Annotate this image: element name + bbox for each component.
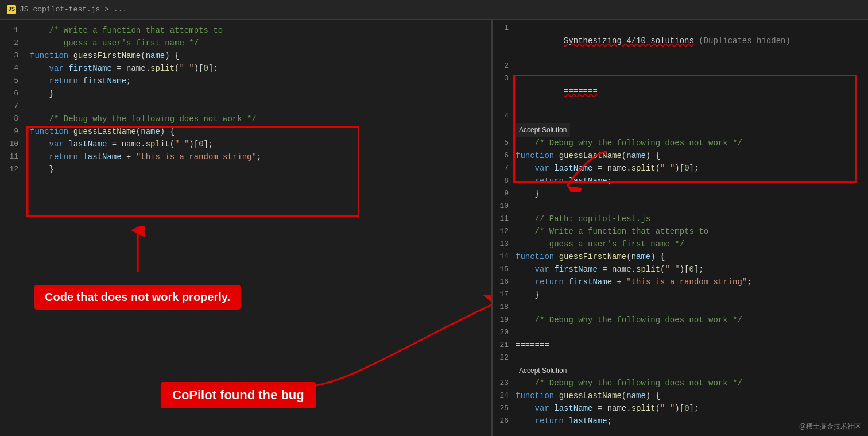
line-num-12: 12 — [0, 163, 28, 176]
right-line-num-5: 5 — [493, 137, 516, 149]
code-editor: 1 /* Write a function that attempts to 2… — [0, 20, 491, 180]
right-line-5: 5 /* Debug why the following does not wo… — [493, 137, 868, 149]
line-num-3: 3 — [0, 49, 28, 62]
code-line-7: 7 — [0, 100, 491, 113]
right-line-16: 16 return firstName + "this is a random … — [493, 276, 868, 288]
code-line-1: 1 /* Write a function that attempts to — [0, 24, 491, 37]
code-line-3: 3 function guessFirstName(name) { — [0, 49, 491, 62]
line-content-9: function guessLastName(name) { — [28, 125, 491, 138]
code-line-5: 5 return firstName; — [0, 75, 491, 87]
right-line-15: 15 var firstName = name.split(" ")[0]; — [493, 263, 868, 276]
line-content-3: function guessFirstName(name) { — [28, 49, 491, 62]
right-line-num-6: 6 — [493, 149, 516, 162]
right-line-content-1: Synthesizing 4/10 solutions (Duplicates … — [516, 22, 868, 60]
right-line-num-4: 4 — [493, 110, 516, 123]
right-line-num-3: 3 — [493, 72, 516, 85]
right-line-content-12: /* Write a function that attempts to — [516, 225, 868, 238]
right-line-num-11: 11 — [493, 213, 516, 225]
right-line-num-2: 2 — [493, 60, 516, 72]
right-line-num-15: 15 — [493, 263, 516, 276]
line-num-1: 1 — [0, 24, 28, 37]
code-line-8: 8 /* Debug why the following does not wo… — [0, 113, 491, 125]
right-line-content-19: /* Debug why the following does not work… — [516, 314, 868, 326]
right-line-num-14: 14 — [493, 250, 516, 263]
line-num-11: 11 — [0, 151, 28, 163]
line-content-11: return lastName + "this is a random stri… — [28, 151, 491, 163]
right-line-content-15: var firstName = name.split(" ")[0]; — [516, 263, 868, 276]
copilot-found-label: CoPilot found the bug — [161, 382, 316, 408]
right-line-num-13: 13 — [493, 238, 516, 250]
line-num-10: 10 — [0, 138, 28, 151]
right-line-num-19: 19 — [493, 314, 516, 326]
right-line-num-22: 22 — [493, 352, 516, 364]
right-line-7: 7 var lastName = name.split(" ")[0]; — [493, 162, 868, 175]
arrow-annotation-to-bug — [115, 226, 161, 277]
right-line-num-8: 8 — [493, 175, 516, 187]
watermark: @稀土掘金技术社区 — [799, 422, 861, 431]
accept-solution-label-1[interactable]: Accept Solution — [516, 123, 570, 137]
line-content-8: /* Debug why the following does not work… — [28, 113, 491, 125]
right-line-3: 3 ======= — [493, 72, 868, 110]
right-line-num-10: 10 — [493, 200, 516, 213]
code-line-11: 11 return lastName + "this is a random s… — [0, 151, 491, 163]
tab-bar: JS JS copilot-test.js > ... — [0, 0, 868, 20]
right-line-num-7: 7 — [493, 162, 516, 175]
line-num-6: 6 — [0, 87, 28, 100]
right-line-content-11: // Path: copilot-test.js — [516, 213, 868, 225]
right-line-num-1: 1 — [493, 22, 516, 34]
arrow-copilot-to-solution — [299, 295, 491, 410]
bug-annotation-label: Code that does not work properly. — [34, 285, 241, 310]
left-panel: 1 /* Write a function that attempts to 2… — [0, 20, 491, 436]
right-line-4: 4 — [493, 110, 868, 123]
right-line-content-16: return firstName + "this is a random str… — [516, 276, 868, 288]
accept-solution-label-2[interactable]: Accept Solution — [516, 366, 570, 375]
code-line-2: 2 guess a user's first name */ — [0, 37, 491, 49]
right-line-10: 10 — [493, 200, 868, 213]
right-line-1: 1 Synthesizing 4/10 solutions (Duplicate… — [493, 22, 868, 60]
right-line-content-14: function guessFirstName(name) { — [516, 250, 868, 263]
right-line-num-9: 9 — [493, 187, 516, 200]
arrow-in-solution — [561, 146, 630, 192]
right-panel: 1 Synthesizing 4/10 solutions (Duplicate… — [491, 20, 868, 436]
right-line-21: 21 ======= — [493, 339, 868, 352]
line-content-6: } — [28, 87, 491, 100]
right-line-num-21: 21 — [493, 339, 516, 352]
line-num-8: 8 — [0, 113, 28, 125]
right-line-11: 11 // Path: copilot-test.js — [493, 213, 868, 225]
right-line-22: 22 — [493, 352, 868, 364]
line-num-7: 7 — [0, 100, 28, 113]
right-line-num-17: 17 — [493, 288, 516, 301]
code-line-9: 9 function guessLastName(name) { — [0, 125, 491, 138]
right-line-19: 19 /* Debug why the following does not w… — [493, 314, 868, 326]
line-content-4: var firstName = name.split(" ")[0]; — [28, 62, 491, 75]
tab-label: JS copilot-test.js > ... — [20, 5, 127, 14]
line-num-5: 5 — [0, 75, 28, 87]
right-line-num-25: 25 — [493, 402, 516, 415]
right-line-num-16: 16 — [493, 276, 516, 288]
right-line-2: 2 — [493, 60, 868, 72]
right-line-18: 18 — [493, 301, 868, 314]
right-line-24: 24 function guessLastName(name) { — [493, 389, 868, 402]
right-line-6: 6 function guessLastName(name) { — [493, 149, 868, 162]
right-line-num-23: 23 — [493, 377, 516, 389]
line-num-9: 9 — [0, 125, 28, 138]
right-line-20: 20 — [493, 326, 868, 339]
line-num-4: 4 — [0, 62, 28, 75]
main-content: 1 /* Write a function that attempts to 2… — [0, 20, 868, 436]
right-line-23: 23 /* Debug why the following does not w… — [493, 377, 868, 389]
right-line-num-24: 24 — [493, 389, 516, 402]
line-content-12: } — [28, 163, 491, 176]
code-line-10: 10 var lastName = name.split(" ")[0]; — [0, 138, 491, 151]
line-num-2: 2 — [0, 37, 28, 49]
right-line-17: 17 } — [493, 288, 868, 301]
right-line-num-26: 26 — [493, 415, 516, 427]
right-line-content-24: function guessLastName(name) { — [516, 389, 868, 402]
code-line-4: 4 var firstName = name.split(" ")[0]; — [0, 62, 491, 75]
right-line-12: 12 /* Write a function that attempts to — [493, 225, 868, 238]
right-line-content-25: var lastName = name.split(" ")[0]; — [516, 402, 868, 415]
code-line-6: 6 } — [0, 87, 491, 100]
right-line-14: 14 function guessFirstName(name) { — [493, 250, 868, 263]
code-line-12: 12 } — [0, 163, 491, 176]
right-line-9: 9 } — [493, 187, 868, 200]
line-content-5: return firstName; — [28, 75, 491, 87]
